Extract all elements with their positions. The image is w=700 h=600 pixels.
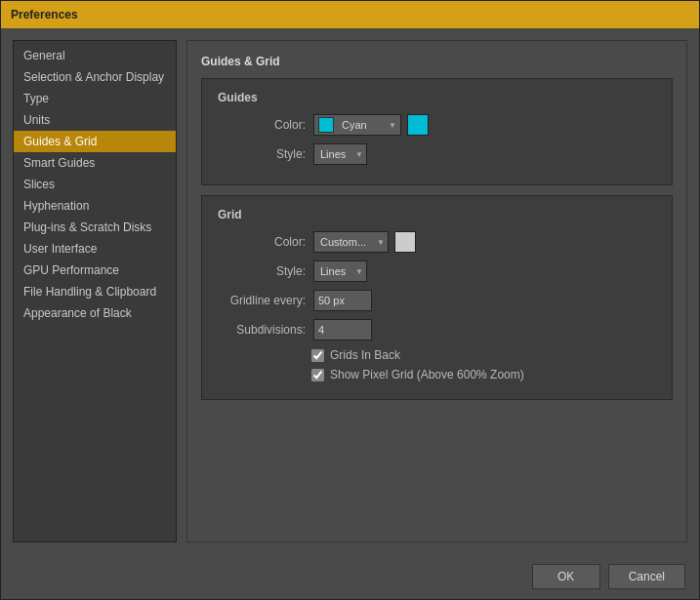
preferences-dialog: Preferences General Selection & Anchor D… [0,0,700,600]
guides-color-row: Color: Cyan ▼ [218,114,656,136]
guides-color-value-display: Cyan ▼ [313,114,401,136]
sidebar-item-plugins[interactable]: Plug-ins & Scratch Disks [14,217,176,238]
subdivisions-row: Subdivisions: [218,319,656,340]
section-title: Guides & Grid [201,55,673,68]
grid-section: Grid Color: Custom... Cyan Light Blue [201,195,673,400]
sidebar-item-selection-anchor[interactable]: Selection & Anchor Display [14,66,176,88]
gridline-input[interactable] [313,290,372,311]
grid-color-label: Color: [218,235,306,249]
sidebar-item-type[interactable]: Type [14,88,176,109]
dialog-body: General Selection & Anchor Display Type … [1,28,699,554]
grids-in-back-checkbox[interactable] [311,349,324,362]
sidebar-item-guides-grid[interactable]: Guides & Grid [14,131,176,152]
dialog-footer: OK Cancel [1,554,699,599]
guides-style-row: Style: Lines Dots [218,143,656,165]
ok-button[interactable]: OK [532,564,600,589]
grid-title: Grid [218,208,656,221]
guides-color-label: Color: [218,118,306,132]
content-panel: Guides & Grid Guides Color: Cyan ▼ [186,40,687,542]
grid-style-select[interactable]: Lines Dots [313,260,367,282]
titlebar: Preferences [1,1,699,28]
guides-color-select-wrapper: Cyan ▼ [313,114,429,136]
guides-style-label: Style: [218,147,306,161]
sidebar-item-file-handling[interactable]: File Handling & Clipboard [14,281,176,302]
sidebar-item-appearance-black[interactable]: Appearance of Black [14,302,176,324]
guides-style-select-wrapper: Lines Dots [313,143,367,165]
gridline-label: Gridline every: [218,294,306,307]
guides-style-select[interactable]: Lines Dots [313,143,367,165]
gridline-row: Gridline every: [218,290,656,311]
guides-section: Guides Color: Cyan ▼ Style: [201,78,673,185]
subdivisions-label: Subdivisions: [218,323,306,337]
grid-color-select-wrapper: Custom... Cyan Light Blue [313,231,416,253]
guides-color-dropdown-arrow[interactable]: ▼ [381,121,396,130]
sidebar-item-user-interface[interactable]: User Interface [14,238,176,260]
sidebar: General Selection & Anchor Display Type … [13,40,177,542]
guides-color-text: Cyan [342,119,367,131]
sidebar-item-smart-guides[interactable]: Smart Guides [14,152,176,174]
grid-color-select-arrow-wrapper: Custom... Cyan Light Blue [313,231,389,253]
guides-title: Guides [218,91,656,104]
sidebar-item-slices[interactable]: Slices [14,174,176,195]
show-pixel-grid-checkbox[interactable] [311,369,324,381]
grid-style-select-wrapper: Lines Dots [313,260,367,282]
sidebar-item-units[interactable]: Units [14,109,176,131]
sidebar-item-general[interactable]: General [14,45,176,66]
show-pixel-grid-label: Show Pixel Grid (Above 600% Zoom) [330,368,524,381]
cancel-button[interactable]: Cancel [608,564,685,589]
sidebar-item-hyphenation[interactable]: Hyphenation [14,195,176,217]
grid-color-select[interactable]: Custom... Cyan Light Blue [313,231,389,253]
sidebar-item-gpu[interactable]: GPU Performance [14,260,176,281]
grids-in-back-label: Grids In Back [330,348,400,362]
grid-style-row: Style: Lines Dots [218,260,656,282]
grids-in-back-row: Grids In Back [218,348,656,362]
grid-color-row: Color: Custom... Cyan Light Blue [218,231,656,253]
guides-color-swatch[interactable] [407,114,429,136]
show-pixel-grid-row: Show Pixel Grid (Above 600% Zoom) [218,368,656,381]
grid-color-swatch[interactable] [394,231,416,253]
cyan-indicator [318,117,334,133]
dialog-title: Preferences [11,8,78,21]
grid-style-label: Style: [218,264,306,278]
subdivisions-input[interactable] [313,319,372,340]
